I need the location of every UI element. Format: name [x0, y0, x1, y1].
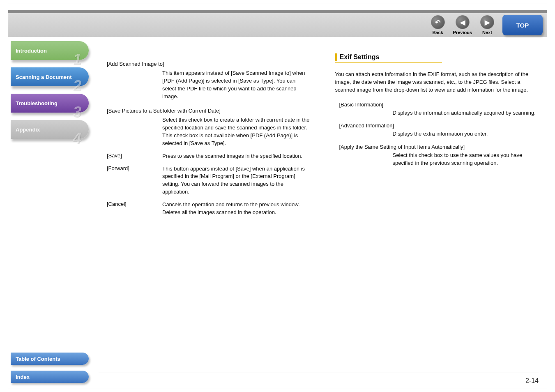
top-divider [8, 10, 547, 13]
section-heading: [Advanced Information] [339, 122, 539, 129]
index-button[interactable]: Index [11, 371, 89, 383]
right-column: Exif Settings You can attach extra infor… [335, 53, 539, 359]
previous-label: Previous [453, 30, 472, 35]
section-desc: Displays the information automatically a… [393, 109, 539, 117]
section-desc: Select this check box to use the same va… [393, 152, 539, 167]
previous-button[interactable]: ◀ Previous [453, 15, 472, 35]
chapter-number: 4 [73, 135, 81, 141]
def-term: [Save] [107, 152, 162, 160]
section-desc: Select this check box to create a folder… [162, 116, 311, 147]
def-desc: Press to save the scanned images in the … [162, 152, 311, 160]
section-desc: This item appears instead of [Save Scann… [162, 69, 311, 100]
chapter-number: 2 [73, 83, 81, 89]
def-term: [Forward] [107, 165, 162, 196]
back-label: Back [432, 30, 443, 35]
sidebar: Introduction 1 Scanning a Document 2 Tro… [11, 41, 89, 146]
top-button-label: TOP [516, 22, 529, 29]
top-button[interactable]: TOP [502, 15, 543, 35]
def-term: [Cancel] [107, 201, 162, 217]
def-desc: This button appears instead of [Save] wh… [162, 165, 311, 196]
section-heading: [Add Scanned Image to] [107, 61, 311, 67]
chapter-number: 3 [73, 109, 81, 115]
exif-intro: You can attach extra information in the … [335, 71, 539, 94]
page-number: 2-14 [525, 377, 539, 385]
next-icon: ▶ [480, 15, 494, 29]
heading-underline [335, 62, 442, 63]
exif-heading: Exif Settings [335, 53, 539, 61]
footer-rule [99, 373, 539, 373]
sidebar-item-appendix[interactable]: Appendix 4 [11, 120, 89, 139]
previous-icon: ◀ [456, 15, 470, 29]
content-area: [Add Scanned Image to] This item appears… [107, 53, 539, 359]
index-label: Index [16, 374, 30, 380]
section-heading: [Basic Information] [339, 101, 539, 108]
chapter-number: 1 [73, 56, 81, 62]
sidebar-item-scanning[interactable]: Scanning a Document 2 [11, 67, 89, 86]
section-desc: Displays the extra information you enter… [393, 130, 539, 138]
table-of-contents-button[interactable]: Table of Contents [11, 353, 89, 365]
next-label: Next [482, 30, 492, 35]
back-icon: ↶ [431, 15, 445, 29]
section-heading: [Apply the Same Setting of Input Items A… [339, 144, 539, 150]
sidebar-item-introduction[interactable]: Introduction 1 [11, 41, 89, 60]
nav-row: ↶ Back ◀ Previous ▶ Next TOP [431, 13, 543, 37]
def-desc: Cancels the operation and returns to the… [162, 201, 311, 217]
left-column: [Add Scanned Image to] This item appears… [107, 53, 311, 359]
section-heading: [Save Pictures to a Subfolder with Curre… [107, 108, 311, 114]
sidebar-item-troubleshooting[interactable]: Troubleshooting 3 [11, 94, 89, 113]
bottom-tabs: Table of Contents Index [11, 353, 89, 383]
toc-label: Table of Contents [16, 356, 60, 362]
back-button[interactable]: ↶ Back [431, 15, 445, 35]
next-button[interactable]: ▶ Next [480, 15, 494, 35]
